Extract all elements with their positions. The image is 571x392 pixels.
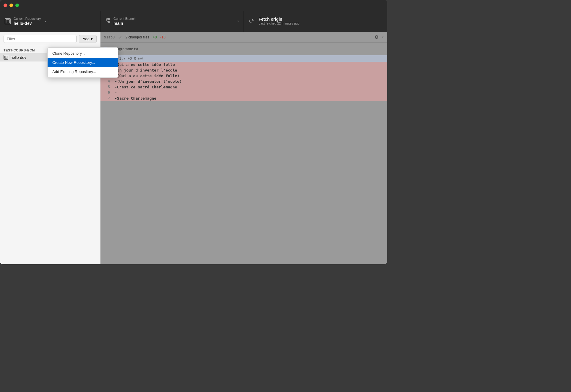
- create-new-repository-item[interactable]: Create New Repository...: [48, 58, 118, 67]
- line-number: 7: [100, 95, 112, 101]
- maximize-button[interactable]: [15, 4, 19, 7]
- line-content: -Qui a eu cette idée folle: [112, 62, 177, 67]
- diff-hunk-header: − @@ -1,7 +0,0 @@: [100, 55, 387, 62]
- svg-rect-0: [6, 20, 9, 23]
- line-content: -Un jour d'inventer l'école: [112, 67, 179, 73]
- removed-count: -10: [160, 35, 166, 39]
- main-area: Add ▾ Test-cours-ecm hello-dev Clone Rep…: [0, 32, 387, 264]
- fetch-origin-text: Fetch origin Last fetched 22 minutes ago: [259, 17, 299, 26]
- commit-hash: 91ab8: [104, 35, 115, 39]
- clone-repository-item[interactable]: Clone Repository...: [48, 49, 118, 58]
- current-branch-text: Current Branch main: [113, 17, 136, 26]
- branch-icon: [105, 18, 111, 25]
- toolbar: Current Repository hello-dev ▴ Current B…: [0, 11, 387, 32]
- settings-chevron-icon[interactable]: ▾: [382, 35, 384, 39]
- dropdown-menu: Clone Repository... Create New Repositor…: [47, 47, 118, 78]
- filter-input[interactable]: [4, 35, 77, 43]
- chevron-down-icon: ▾: [237, 20, 239, 23]
- added-count: +3: [153, 35, 157, 39]
- diff-line: 3-(Qui a eu cette idée folle): [100, 73, 387, 79]
- line-content: -Sacré Charlemagne: [112, 95, 159, 101]
- add-existing-repository-item[interactable]: Add Existing Repository...: [48, 67, 118, 76]
- current-branch-label: Current Branch: [113, 17, 136, 20]
- add-button[interactable]: Add ▾: [79, 35, 97, 43]
- current-repository-button[interactable]: Current Repository hello-dev ▴: [0, 11, 100, 32]
- changed-files-icon: ⇄: [118, 35, 122, 40]
- svg-rect-6: [5, 56, 7, 59]
- sync-icon: [249, 18, 254, 25]
- diff-lines-container: 1-Qui a eu cette idée folle2-Un jour d'i…: [100, 62, 387, 101]
- current-repo-value: hello-dev: [14, 21, 41, 26]
- svg-point-2: [106, 18, 108, 20]
- diff-line: 2-Un jour d'inventer l'école: [100, 67, 387, 73]
- content-toolbar: 91ab8 ⇄ 2 changed files +3 -10 ⚙ ▾: [100, 32, 387, 43]
- svg-point-4: [108, 18, 110, 20]
- current-branch-value: main: [113, 21, 136, 26]
- settings-gear-icon[interactable]: ⚙: [374, 34, 379, 40]
- fetch-origin-button[interactable]: Fetch origin Last fetched 22 minutes ago: [244, 11, 387, 32]
- chevron-up-icon: ▴: [45, 20, 46, 23]
- current-branch-button[interactable]: Current Branch main ▾: [100, 11, 244, 32]
- line-content: -(Qui a eu cette idée folle): [112, 73, 182, 79]
- fetch-origin-sub: Last fetched 22 minutes ago: [259, 22, 299, 25]
- line-number: 6: [100, 90, 112, 95]
- line-number: 5: [100, 84, 112, 90]
- line-content: -: [112, 90, 119, 95]
- diff-line: 4-(Un jour d'inventer l'école): [100, 79, 387, 84]
- current-repo-label: Current Repository: [14, 17, 41, 20]
- chevron-down-icon: ▾: [91, 37, 93, 41]
- diff-line: 5-C'est ce sacré Charlemagne: [100, 84, 387, 90]
- diff-file-header: ■ programme.txt: [100, 43, 387, 55]
- sidebar-item-label: hello-dev: [11, 55, 26, 60]
- line-content: -(Un jour d'inventer l'école): [112, 79, 184, 84]
- sidebar-filter-row: Add ▾: [0, 32, 100, 46]
- fetch-origin-label: Fetch origin: [259, 17, 299, 22]
- title-bar: [0, 0, 387, 11]
- sidebar: Add ▾ Test-cours-ecm hello-dev Clone Rep…: [0, 32, 100, 264]
- line-number: 4: [100, 79, 112, 84]
- diff-line: 1-Qui a eu cette idée folle: [100, 62, 387, 67]
- diff-container: ■ programme.txt − @@ -1,7 +0,0 @@ 1-Qui …: [100, 43, 387, 264]
- minimize-button[interactable]: [9, 4, 13, 7]
- diff-line: 6-: [100, 90, 387, 95]
- content-area: 91ab8 ⇄ 2 changed files +3 -10 ⚙ ▾ ■ pro…: [100, 32, 387, 264]
- repo-icon: [5, 18, 11, 24]
- changed-files-label: 2 changed files: [125, 35, 149, 39]
- repo-item-icon: [4, 55, 8, 60]
- current-repo-text: Current Repository hello-dev: [14, 17, 41, 26]
- close-button[interactable]: [4, 4, 7, 7]
- line-content: -C'est ce sacré Charlemagne: [112, 84, 179, 90]
- diff-line: 7-Sacré Charlemagne: [100, 95, 387, 101]
